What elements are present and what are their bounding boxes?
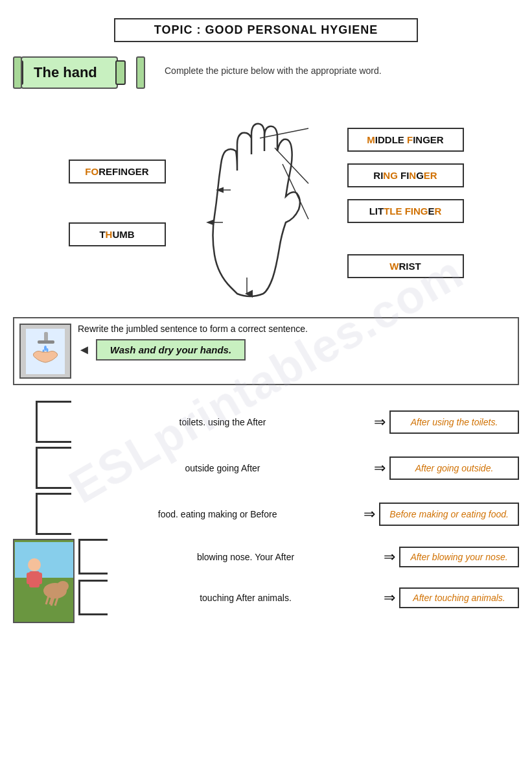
- exercise-row-1: toilets. using the After ⇒ After using t…: [13, 401, 519, 443]
- answer-2: After going outside.: [389, 456, 519, 480]
- answer-4: After blowing your nose.: [399, 547, 519, 567]
- thumb-label: THUMB: [69, 222, 166, 246]
- svg-rect-22: [37, 573, 42, 584]
- jumbled-2: outside going After: [75, 463, 370, 473]
- arrow-right-1: ⇒: [374, 414, 386, 431]
- bracket-2: [36, 447, 71, 489]
- jumbled-3: food. eating making or Before: [75, 509, 360, 519]
- handwash-image: [19, 324, 71, 379]
- hand-header: The hand Complete the picture below with…: [13, 56, 519, 89]
- arrow-right-4: ⇒: [384, 549, 395, 565]
- exercises-section: toilets. using the After ⇒ After using t…: [13, 396, 519, 626]
- hand-instruction: Complete the picture below with the appr…: [158, 65, 519, 76]
- svg-point-24: [57, 581, 69, 591]
- jumbled-section: Rewrite the jumbled sentence to form a c…: [13, 317, 519, 385]
- wrist-label: WRIST: [347, 254, 464, 278]
- answer-1: After using the toilets.: [389, 410, 519, 434]
- exercise-row-5: touching After animals. ⇒ After touching…: [78, 580, 519, 615]
- garden-image: [13, 539, 75, 623]
- right-labels: MIDDLE FINGER RING FINGER LITTLE FINGER …: [347, 128, 464, 278]
- exercise-rows-4-5: blowing nose. Your After ⇒ After blowing…: [13, 539, 519, 623]
- hand-label: The hand: [34, 64, 97, 80]
- middle-finger-label: MIDDLE FINGER: [347, 128, 464, 152]
- exercise-row-2: outside going After ⇒ After going outsid…: [13, 447, 519, 489]
- forefinger-label: FOREFINGER: [69, 160, 166, 184]
- svg-rect-12: [38, 340, 54, 344]
- ring-finger-label: RING FINGER: [347, 163, 464, 187]
- svg-point-13: [44, 346, 47, 351]
- jumbled-5: touching After animals.: [111, 593, 380, 603]
- arrow-right-3: ⇒: [364, 506, 375, 523]
- title-main: GOOD PERSONAL HYGIENE: [205, 23, 378, 36]
- jumbled-content: Rewrite the jumbled sentence to form a c…: [78, 324, 513, 379]
- exercise-row-3: food. eating making or Before ⇒ Before m…: [13, 493, 519, 535]
- svg-rect-21: [27, 573, 32, 584]
- hand-diagram: FOREFINGER THUMB: [13, 99, 519, 307]
- title-text: TOPIC : GOOD PERSONAL HYGIENE: [154, 23, 378, 37]
- garden-icon-svg: [15, 542, 73, 620]
- hand-drawing: [179, 99, 334, 307]
- exercise-row-4: blowing nose. Your After ⇒ After blowing…: [78, 539, 519, 574]
- arrow-right-5: ⇒: [384, 589, 395, 606]
- bracket-4: [78, 539, 108, 574]
- svg-rect-17: [15, 542, 73, 578]
- arrow-right-2: ⇒: [374, 460, 386, 477]
- answer-5: After touching animals.: [399, 587, 519, 608]
- svg-point-19: [28, 558, 41, 571]
- bracket-5: [78, 580, 108, 615]
- example-answer: Wash and dry your hands.: [96, 339, 246, 361]
- left-labels: FOREFINGER THUMB: [69, 160, 166, 246]
- jumbled-1: toilets. using the After: [75, 417, 370, 427]
- hand-svg: [179, 99, 334, 307]
- little-finger-label: LITTLE FINGER: [347, 199, 464, 223]
- handwash-icon-svg: [26, 329, 65, 374]
- bracket-3: [36, 493, 71, 535]
- jumbled-4: blowing nose. Your After: [111, 552, 380, 562]
- title-box: TOPIC : GOOD PERSONAL HYGIENE: [114, 18, 418, 42]
- bracket-1: [36, 401, 71, 443]
- jumbled-instruction: Rewrite the jumbled sentence to form a c…: [78, 324, 513, 334]
- title-topic: TOPIC: [154, 23, 193, 36]
- title-colon: :: [192, 23, 205, 36]
- rows-4-5-container: blowing nose. Your After ⇒ After blowing…: [78, 539, 519, 623]
- svg-point-25: [64, 582, 67, 586]
- arrow-left-icon: ◄: [78, 342, 91, 357]
- answer-3: Before making or eating food.: [379, 503, 519, 526]
- svg-point-15: [47, 348, 49, 352]
